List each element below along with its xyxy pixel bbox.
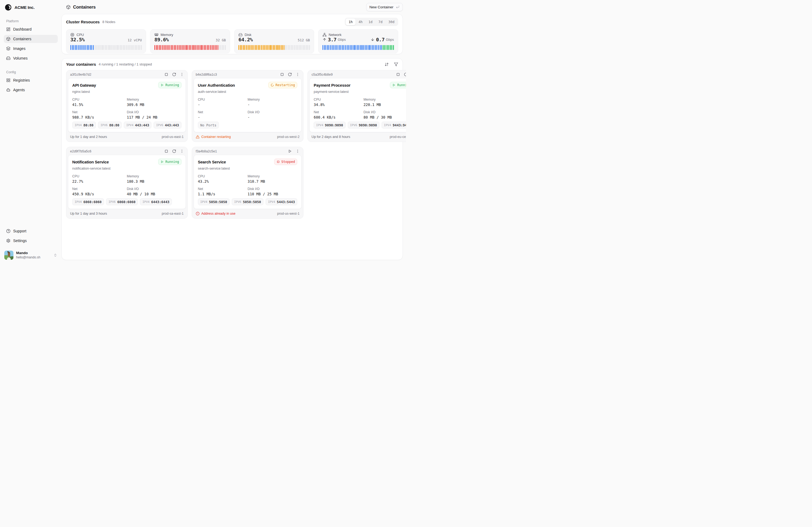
port-mapping: 5050:5050 <box>243 200 261 204</box>
resource-card-disk: Disk 64.2% 512 GB <box>234 29 314 54</box>
resource-card-head: Memory <box>155 33 226 37</box>
arrow-down-icon <box>371 37 375 42</box>
container-actions <box>396 73 406 76</box>
resource-label: Memory <box>161 33 173 37</box>
memory-label: Memory <box>248 175 297 178</box>
time-range-7d[interactable]: 7d <box>375 18 385 25</box>
sidebar-item-support[interactable]: Support <box>4 227 58 235</box>
stat-memory: Memory - <box>248 98 297 107</box>
container-card-head: e2d9f7b5a5c6 <box>66 147 187 155</box>
dashboard-icon <box>6 27 11 31</box>
user-meta: Mando hello@mando.sh <box>16 251 40 259</box>
port-mapping: 443:443 <box>165 123 179 127</box>
resource-card-memory: Memory 89.6% 32 GB <box>150 29 230 54</box>
status-icon <box>271 84 274 87</box>
disk-value: 110 MB / 25 MB <box>248 192 297 196</box>
sidebar: ACME Inc. Platform Dashboard Containers … <box>0 0 61 264</box>
disk-label: Disk I/O <box>127 110 181 114</box>
restart-button[interactable] <box>288 73 292 76</box>
restart-button[interactable] <box>172 73 176 76</box>
menu-button[interactable] <box>296 149 300 153</box>
container-image: search-service:latest <box>198 166 298 170</box>
container-card-body: Payment Processor Running payment-servic… <box>309 78 406 132</box>
footer-status-text: Up for 2 days and 8 hours <box>311 135 350 139</box>
sidebar-item-containers[interactable]: Containers <box>4 35 58 43</box>
memory-label: Memory <box>248 98 297 102</box>
filter-button[interactable] <box>394 62 398 66</box>
sidebar-item-agents[interactable]: Agents <box>4 86 58 94</box>
cluster-node-count: 8 Nodes <box>102 20 115 24</box>
container-stats: CPU 34.8% Memory 220.1 MB Net 600.4 KB/s… <box>314 98 406 119</box>
menu-button[interactable] <box>180 73 184 76</box>
sidebar-item-dashboard[interactable]: Dashboard <box>4 25 58 33</box>
stat-disk: Disk I/O 110 MB / 25 MB <box>248 187 297 196</box>
container-actions <box>288 149 300 153</box>
user-email: hello@mando.sh <box>16 255 40 259</box>
user-menu[interactable]: Mando hello@mando.sh <box>4 251 58 260</box>
stop-button[interactable] <box>280 73 284 76</box>
status-badge: Running <box>158 82 182 88</box>
container-card-head: c5a3f5c4b8e9 <box>308 70 406 78</box>
brand: ACME Inc. <box>4 3 58 11</box>
help-icon <box>6 229 11 233</box>
cpu-value: 34.8% <box>314 103 363 107</box>
container-card-footer: Up for 1 day and 2 hours prod-us-east-1 <box>66 132 187 142</box>
port-mapping: 9443:9443 <box>393 123 406 127</box>
cpu-icon <box>70 33 74 37</box>
restart-button[interactable] <box>172 149 176 153</box>
brand-name: ACME Inc. <box>14 5 35 10</box>
sidebar-item-settings[interactable]: Settings <box>4 237 58 245</box>
footer-status: Address already in use <box>196 212 235 215</box>
stat-memory: Memory 310.7 MB <box>248 175 297 183</box>
play-button[interactable] <box>288 149 292 153</box>
cluster-title: Cluster Resouces <box>66 19 100 24</box>
time-range-30d[interactable]: 30d <box>385 18 397 25</box>
sort-button[interactable] <box>385 62 389 66</box>
download-value: 0.7 <box>376 37 385 42</box>
status-label: Running <box>165 83 179 87</box>
download-unit: Gbps <box>386 38 394 42</box>
nav-section-label: Platform <box>6 19 58 23</box>
memory-value: 220.1 MB <box>364 103 406 107</box>
port-chip: IPV680:80 <box>98 122 122 129</box>
resource-label: Network <box>329 33 342 37</box>
net-label: Net <box>198 110 248 114</box>
cluster-panel-head: Cluster Resouces 8 Nodes 1h4h1d7d30d <box>66 18 398 26</box>
time-range-1d[interactable]: 1d <box>365 18 375 25</box>
container-region: prod-us-west-1 <box>277 212 300 215</box>
stat-net: Net 600.4 KB/s <box>314 110 363 119</box>
time-range-1h[interactable]: 1h <box>346 18 356 25</box>
cpu-value: 22.7% <box>72 179 127 183</box>
enter-key-icon <box>396 5 400 9</box>
usage-bar <box>322 45 394 50</box>
sidebar-item-images[interactable]: Images <box>4 45 58 52</box>
menu-button[interactable] <box>180 149 184 153</box>
container-actions <box>164 73 184 76</box>
memory-label: Memory <box>364 98 406 102</box>
footer-status: Container restarting <box>196 135 231 139</box>
resource-card-head: Disk <box>238 33 310 37</box>
container-cards-grid: a3f1c9e4b7d2 API Gateway Running nginx:l… <box>66 70 398 219</box>
container-name: Notification Service <box>72 160 109 164</box>
stop-button[interactable] <box>164 149 168 153</box>
port-protocol: IPV6 <box>156 123 163 127</box>
resource-values: 3.7 Gbps 0.7 Gbps <box>322 37 394 42</box>
menu-button[interactable] <box>296 73 300 76</box>
sidebar-item-registries[interactable]: Registries <box>4 76 58 84</box>
status-label: Running <box>397 83 406 87</box>
sidebar-item-volumes[interactable]: Volumes <box>4 54 58 62</box>
new-container-button[interactable]: New Container <box>366 3 403 11</box>
cluster-resources-panel: Cluster Resouces 8 Nodes 1h4h1d7d30d CPU… <box>61 14 403 54</box>
stop-button[interactable] <box>396 73 400 76</box>
status-label: Running <box>165 160 179 164</box>
stop-button[interactable] <box>164 73 168 76</box>
status-icon <box>392 84 395 87</box>
error-icon <box>196 212 200 215</box>
time-range-group: 1h4h1d7d30d <box>345 18 398 26</box>
resource-values: 89.6% 32 GB <box>155 37 226 42</box>
cpu-value: - <box>198 103 248 107</box>
time-range-4h[interactable]: 4h <box>356 18 365 25</box>
port-chips: IPV480:80IPV680:80IPV4443:443IPV6443:443 <box>72 122 182 129</box>
restart-button[interactable] <box>404 73 406 76</box>
status-badge: Running <box>158 159 182 165</box>
